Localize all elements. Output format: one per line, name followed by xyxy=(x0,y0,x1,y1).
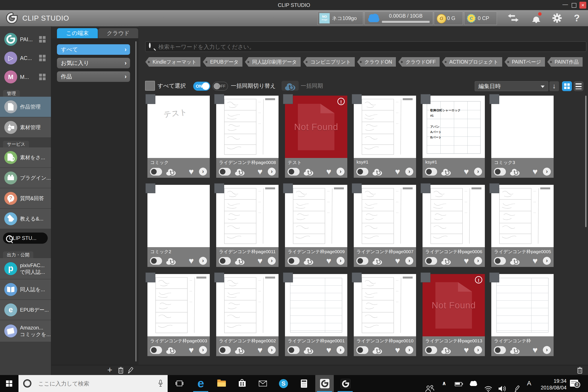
volume-icon[interactable] xyxy=(498,380,507,392)
taskbar-clip-app[interactable] xyxy=(336,375,354,392)
sidebar-item-epub[interactable]: e EPUBデー... xyxy=(0,300,51,320)
favorite-heart-icon[interactable]: ♥ xyxy=(326,256,332,266)
work-card[interactable]: Not Found ! ライデンコンテ枠page0002 ♥ › xyxy=(216,274,278,356)
taskbar-store[interactable] xyxy=(233,375,251,392)
work-card[interactable]: Not Found ! ライデンコンテ枠page0010 ♥ › xyxy=(354,274,416,356)
tab-cloud[interactable]: クラウド xyxy=(98,28,138,38)
cloud-sync-icon[interactable] xyxy=(440,345,452,354)
cloud-sync-icon[interactable] xyxy=(371,167,384,176)
work-card[interactable]: Not Found ! ライデンコンテ枠page0009 ♥ › xyxy=(285,185,347,267)
sidebar-item-material-management[interactable]: 素材管理 xyxy=(0,117,51,137)
filter-tag[interactable]: 同人誌印刷用データ xyxy=(245,57,301,66)
card-checkbox[interactable] xyxy=(420,183,430,193)
microphone-icon[interactable] xyxy=(158,380,163,387)
sidebar-item-plugins[interactable]: プラグイン... xyxy=(0,168,51,188)
card-checkbox[interactable] xyxy=(283,183,293,193)
ime-mode-indicator[interactable]: A xyxy=(527,375,531,392)
filter-tag[interactable]: Kindleフォーマット xyxy=(145,57,200,66)
modeler-grid-icon[interactable] xyxy=(39,74,46,80)
card-sync-toggle[interactable] xyxy=(494,346,506,354)
open-work-button[interactable]: › xyxy=(199,168,207,176)
work-card[interactable]: Not Found ! コミック2 ♥ › xyxy=(148,185,210,267)
card-sync-toggle[interactable] xyxy=(494,257,506,265)
cloud-sync-icon[interactable] xyxy=(302,256,315,265)
minimize-button[interactable]: — xyxy=(560,0,570,10)
sidebar-item-find-materials[interactable]: 素材をさ... xyxy=(0,148,51,168)
favorite-heart-icon[interactable]: ♥ xyxy=(326,345,332,355)
card-checkbox[interactable] xyxy=(489,272,499,282)
sort-direction-button[interactable]: ↓ xyxy=(549,81,559,91)
card-sync-toggle[interactable] xyxy=(494,168,506,176)
taskbar-clip-studio-active[interactable] xyxy=(315,375,334,392)
open-work-button[interactable]: › xyxy=(543,257,551,265)
sort-dropdown[interactable]: 編集日時 xyxy=(475,81,548,91)
main-scrollbar[interactable] xyxy=(585,96,586,227)
work-card[interactable]: Not Found ! ライデンコンテ枠 ♥ › xyxy=(491,274,554,356)
filter-tag[interactable]: クラウドON xyxy=(357,57,396,66)
card-sync-toggle[interactable] xyxy=(288,168,300,176)
taskbar-edge[interactable]: e xyxy=(192,375,210,392)
sidebar-item-qa[interactable]: ? 質問&回答 xyxy=(0,188,51,208)
sync-off-toggle[interactable]: OFF xyxy=(212,82,228,91)
favorite-heart-icon[interactable]: ♥ xyxy=(326,167,332,176)
open-work-button[interactable]: › xyxy=(336,257,344,265)
sidebar-item-work-management[interactable]: 作品管理 xyxy=(0,97,51,117)
favorite-heart-icon[interactable]: ♥ xyxy=(258,345,262,355)
tab-this-device[interactable]: この端末 xyxy=(57,28,98,38)
cloud-sync-icon[interactable] xyxy=(302,345,315,354)
cloud-storage-tile[interactable]: 0.00GB / 10GB xyxy=(364,12,433,25)
filter-tag[interactable]: PAINT作品 xyxy=(548,57,583,66)
card-sync-toggle[interactable] xyxy=(425,168,437,176)
card-checkbox[interactable] xyxy=(283,272,293,282)
open-work-button[interactable]: › xyxy=(268,257,276,265)
open-work-button[interactable]: › xyxy=(474,257,482,265)
cloud-sync-icon[interactable] xyxy=(234,345,246,354)
account-tile[interactable]: NOimage ネコ109go xyxy=(318,12,363,25)
help-icon[interactable]: ? xyxy=(572,13,581,23)
open-work-button[interactable]: › xyxy=(336,346,344,354)
work-card[interactable]: Not Found ! ライデンコンテ枠page0001 ♥ › xyxy=(285,274,347,356)
favorite-heart-icon[interactable]: ♥ xyxy=(464,345,469,355)
favorite-heart-icon[interactable]: ♥ xyxy=(395,345,400,355)
work-card[interactable]: Not Found ! ライデンコンテ枠page0011 ♥ › xyxy=(216,185,278,267)
work-card[interactable]: Not Found ! ライデンコンテ枠page0003 ♥ › xyxy=(148,274,210,356)
cloud-sync-icon[interactable] xyxy=(509,167,521,176)
cloud-sync-icon[interactable] xyxy=(371,256,384,265)
folder-all[interactable]: すべて › xyxy=(57,44,130,55)
clippy-points-tile[interactable]: C 0 CP xyxy=(464,12,497,25)
notification-bell-icon[interactable] xyxy=(531,13,541,23)
open-work-button[interactable]: › xyxy=(474,346,482,354)
cloud-sync-icon[interactable] xyxy=(234,167,246,176)
select-all-checkbox[interactable] xyxy=(145,81,155,91)
cloud-sync-icon[interactable] xyxy=(165,256,177,265)
favorite-heart-icon[interactable]: ♥ xyxy=(189,345,194,355)
cloud-sync-icon[interactable] xyxy=(509,345,521,354)
open-work-button[interactable]: › xyxy=(268,346,276,354)
close-button[interactable]: × xyxy=(580,2,586,8)
cloud-sync-icon[interactable] xyxy=(165,167,177,176)
taskbar-search[interactable] xyxy=(18,375,168,392)
open-work-button[interactable]: › xyxy=(543,346,551,354)
taskbar-clock[interactable]: 19:34 2018/08/04 xyxy=(536,378,566,391)
filter-tag[interactable]: ACTIONプロジェクト xyxy=(442,57,502,66)
favorite-heart-icon[interactable]: ♥ xyxy=(189,256,194,266)
card-sync-toggle[interactable] xyxy=(356,346,368,354)
list-view-button[interactable] xyxy=(574,81,584,91)
open-work-button[interactable]: › xyxy=(474,168,482,176)
favorite-heart-icon[interactable]: ♥ xyxy=(532,345,538,355)
card-checkbox[interactable] xyxy=(352,94,362,104)
add-button[interactable]: + xyxy=(106,365,114,375)
folder-works[interactable]: 作品 › xyxy=(57,71,130,82)
paint-grid-icon[interactable] xyxy=(39,36,46,42)
card-sync-toggle[interactable] xyxy=(219,346,231,354)
work-card[interactable]: Not Found ! コミック3 ♥ › xyxy=(491,96,554,178)
card-sync-toggle[interactable] xyxy=(356,257,368,265)
filter-tag[interactable]: コンビニプリント xyxy=(303,57,354,66)
action-center-button[interactable]: 2 xyxy=(570,375,581,392)
trash-button[interactable] xyxy=(576,367,584,374)
open-work-button[interactable]: › xyxy=(336,168,344,176)
sidebar-search[interactable]: CLIP STU... xyxy=(3,232,48,244)
card-checkbox[interactable] xyxy=(420,272,430,282)
delete-button[interactable] xyxy=(117,367,124,374)
sidebar-item-paint[interactable]: PAI... xyxy=(0,32,51,48)
